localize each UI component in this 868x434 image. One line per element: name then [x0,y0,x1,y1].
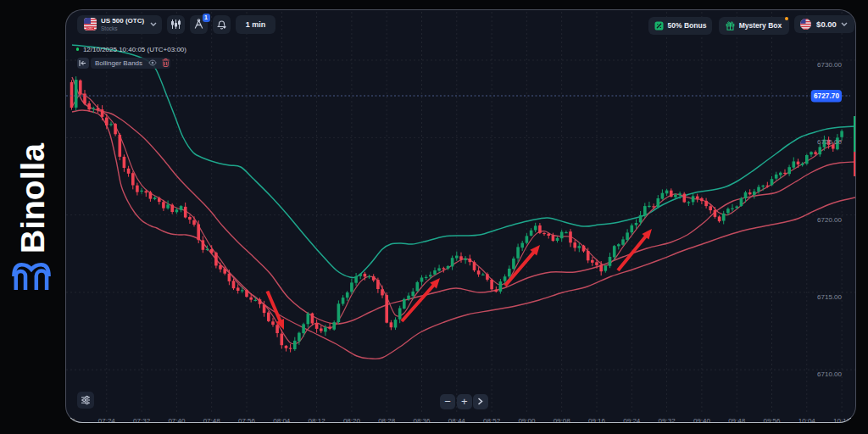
svg-text:08:44: 08:44 [448,417,466,424]
svg-text:07:24: 07:24 [98,417,116,424]
svg-text:07:32: 07:32 [133,417,151,424]
svg-text:08:52: 08:52 [483,417,501,424]
svg-text:09:00: 09:00 [518,417,536,424]
svg-text:10:12: 10:12 [833,417,851,424]
svg-text:08:20: 08:20 [343,417,361,424]
svg-text:09:56: 09:56 [763,417,781,424]
svg-text:OTC: OTC [87,27,93,31]
svg-text:10:04: 10:04 [798,417,816,424]
svg-text:08:36: 08:36 [413,417,431,424]
svg-text:08:12: 08:12 [309,417,326,424]
svg-text:08:28: 08:28 [378,417,396,424]
svg-text:09:08: 09:08 [554,417,571,424]
svg-text:16: 16 [68,417,75,424]
svg-text:07:40: 07:40 [168,417,186,424]
svg-text:6720.00: 6720.00 [817,216,842,224]
svg-text:09:48: 09:48 [728,417,746,424]
svg-text:6715.00: 6715.00 [817,293,842,301]
svg-text:6727.70: 6727.70 [814,92,839,100]
svg-text:09:32: 09:32 [659,417,676,424]
svg-text:09:40: 09:40 [693,417,711,424]
svg-text:6710.00: 6710.00 [817,370,842,378]
svg-text:09:24: 09:24 [623,417,641,424]
svg-text:07:48: 07:48 [203,417,221,424]
svg-text:6730.00: 6730.00 [817,61,842,69]
svg-text:6725.00: 6725.00 [817,138,842,146]
svg-text:07:56: 07:56 [238,417,256,424]
svg-text:09:16: 09:16 [588,417,606,424]
svg-text:08:04: 08:04 [273,417,291,424]
